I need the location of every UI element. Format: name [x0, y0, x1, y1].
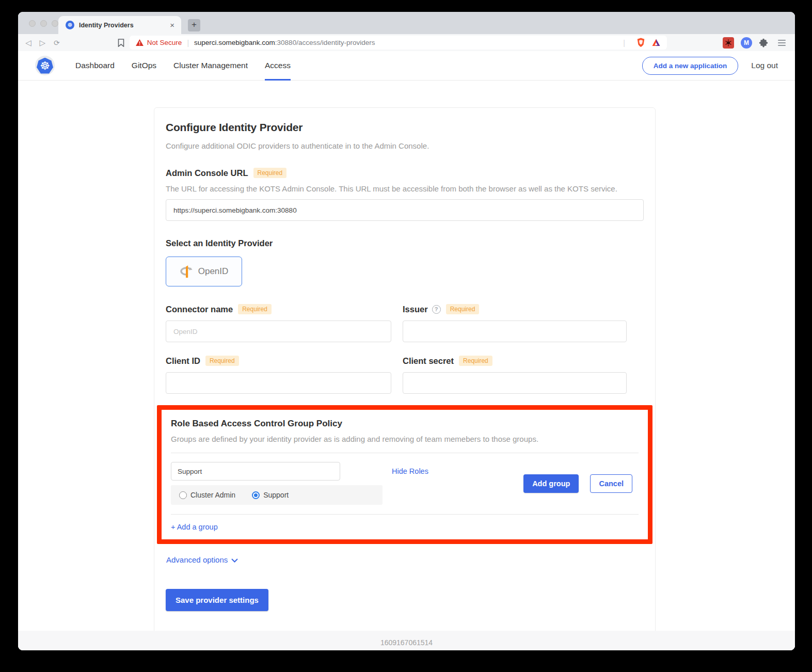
close-tab-icon[interactable]: × — [168, 21, 176, 29]
rbac-title: Role Based Access Control Group Policy — [171, 419, 639, 429]
extensions-puzzle-icon[interactable] — [759, 38, 768, 47]
not-secure-label[interactable]: Not Secure — [147, 39, 182, 46]
role-radio-support[interactable]: Support — [252, 491, 289, 499]
logout-link[interactable]: Log out — [751, 61, 778, 70]
required-badge: Required — [253, 168, 287, 178]
roles-panel: Cluster Admin Support — [171, 485, 383, 505]
client-id-input[interactable] — [166, 372, 391, 394]
openid-label: OpenID — [198, 266, 229, 277]
chevron-down-icon — [231, 558, 238, 563]
back-icon[interactable]: ◁ — [25, 38, 31, 47]
add-new-application-button[interactable]: Add a new application — [642, 57, 739, 75]
required-badge: Required — [205, 356, 239, 366]
connector-name-label: Connector name Required — [166, 304, 391, 314]
cancel-button[interactable]: Cancel — [590, 474, 632, 493]
role-radio-cluster-admin[interactable]: Cluster Admin — [179, 491, 235, 499]
admin-console-url-input[interactable] — [166, 199, 644, 221]
maximize-window-button[interactable] — [52, 20, 58, 27]
brave-shield-icon[interactable] — [636, 38, 645, 47]
admin-console-url-label: Admin Console URL Required — [166, 168, 644, 178]
client-id-label: Client ID Required — [166, 356, 391, 366]
extension-red-icon[interactable] — [723, 37, 734, 49]
profile-avatar-icon[interactable]: M — [741, 37, 752, 49]
warning-triangle-icon[interactable] — [136, 39, 144, 46]
openid-logo-icon — [180, 264, 194, 279]
kubernetes-favicon-icon: ☸ — [66, 21, 74, 29]
radio-unchecked-icon[interactable] — [179, 491, 187, 499]
extension-icons: M — [723, 37, 786, 49]
save-provider-settings-button[interactable]: Save provider settings — [166, 589, 268, 611]
nav-item-dashboard[interactable]: Dashboard — [75, 51, 115, 81]
required-badge: Required — [238, 304, 272, 314]
address-bar[interactable]: Not Secure | superci.somebigbank.com :30… — [130, 36, 667, 50]
url-path: :30880/access/identity-providers — [275, 39, 375, 46]
select-provider-label: Select an Identity Provider — [166, 238, 644, 248]
add-a-group-link[interactable]: + Add a group — [171, 523, 218, 531]
nav-item-cluster-management[interactable]: Cluster Management — [173, 51, 248, 81]
rbac-group-policy-section: Role Based Access Control Group Policy G… — [157, 405, 652, 544]
browser-window: ☸ Identity Providers × + ◁ ▷ ⟳ Not Secur… — [18, 12, 795, 650]
forward-icon[interactable]: ▷ — [40, 38, 46, 47]
minimize-window-button[interactable] — [40, 20, 47, 27]
browser-toolbar: ◁ ▷ ⟳ Not Secure | superci.somebigbank.c… — [18, 34, 795, 51]
openid-provider-tile[interactable]: OpenID — [166, 257, 242, 286]
footer: 1609167061514 — [18, 631, 795, 650]
divider — [171, 514, 639, 515]
client-secret-label: Client secret Required — [403, 356, 627, 366]
bookmark-icon[interactable] — [118, 39, 124, 47]
browser-tab[interactable]: ☸ Identity Providers × — [58, 16, 181, 34]
hide-roles-link[interactable]: Hide Roles — [392, 462, 428, 481]
issuer-input[interactable] — [403, 321, 627, 342]
required-badge: Required — [459, 356, 492, 366]
rbac-description: Groups are defined by your identity prov… — [171, 435, 639, 443]
page-subtitle: Configure additional ODIC providers to a… — [166, 141, 644, 150]
window-controls — [29, 20, 58, 27]
radio-checked-icon[interactable] — [252, 491, 260, 499]
footer-timestamp: 1609167061514 — [380, 638, 433, 647]
app-header: ☸ Dashboard GitOps Cluster Management Ac… — [18, 51, 795, 81]
issuer-label: Issuer ? Required — [403, 304, 627, 314]
help-icon[interactable]: ? — [432, 305, 441, 314]
url-separator: | — [187, 39, 189, 47]
page-title: Configure Identity Provider — [166, 121, 644, 134]
browser-menu-icon[interactable] — [778, 40, 786, 46]
client-secret-input[interactable] — [403, 372, 627, 394]
advanced-options-link[interactable]: Advanced options — [166, 555, 644, 564]
nav-item-access[interactable]: Access — [265, 51, 291, 81]
close-window-button[interactable] — [29, 20, 36, 27]
new-tab-button[interactable]: + — [188, 19, 200, 31]
identity-provider-card: Configure Identity Provider Configure ad… — [154, 107, 656, 634]
kubernetes-logo-icon[interactable]: ☸ — [35, 56, 55, 75]
group-name-input[interactable] — [171, 462, 340, 481]
admin-console-url-description: The URL for accessing the KOTS Admin Con… — [166, 184, 644, 193]
url-host: superci.somebigbank.com — [194, 39, 275, 46]
divider — [171, 453, 639, 453]
connector-name-input[interactable] — [166, 321, 391, 342]
reload-icon[interactable]: ⟳ — [54, 39, 60, 47]
nav-item-gitops[interactable]: GitOps — [132, 51, 156, 81]
page-content: Configure Identity Provider Configure ad… — [18, 107, 795, 650]
add-group-button[interactable]: Add group — [523, 474, 579, 493]
bat-rewards-icon[interactable] — [651, 39, 661, 46]
tab-title: Identity Providers — [79, 22, 168, 29]
tab-strip: ☸ Identity Providers × + — [18, 12, 795, 34]
shield-separator: | — [623, 39, 625, 47]
required-badge: Required — [446, 304, 480, 314]
